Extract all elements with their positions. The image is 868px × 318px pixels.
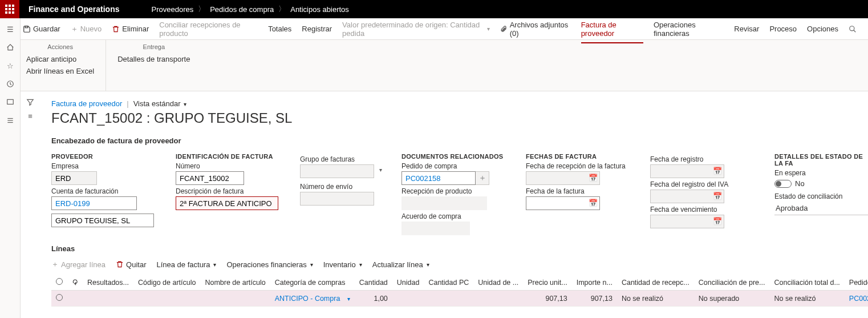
- new-button[interactable]: ＋Nuevo: [71, 24, 102, 34]
- invoice-group-select[interactable]: [300, 164, 374, 178]
- form-header: PROVEEDOR Empresa Cuenta de facturación …: [51, 153, 857, 235]
- search-icon[interactable]: [849, 25, 857, 34]
- company-field[interactable]: [51, 171, 97, 185]
- options-tab[interactable]: Opciones: [807, 25, 838, 33]
- calendar-icon[interactable]: 📅: [713, 192, 722, 200]
- svg-point-15: [850, 26, 854, 31]
- invoice-number-field[interactable]: [176, 171, 244, 185]
- star-icon[interactable]: ☆: [5, 61, 15, 71]
- process-tab[interactable]: Proceso: [769, 25, 797, 33]
- svg-rect-7: [9, 11, 11, 14]
- remove-line-button[interactable]: Quitar: [116, 260, 146, 269]
- invoice-line-menu[interactable]: Línea de factura▾: [156, 260, 216, 269]
- update-line-menu[interactable]: Actualizar línea▾: [372, 260, 429, 269]
- on-hold-toggle[interactable]: No: [774, 179, 868, 188]
- vendor-invoice-tab[interactable]: Factura de proveedor: [581, 21, 643, 43]
- transport-details-link[interactable]: Detalles de transporte: [117, 54, 190, 66]
- page-title: FCANT_15002 : GRUPO TEGUISE, SL: [51, 110, 857, 126]
- review-tab[interactable]: Revisar: [734, 25, 759, 33]
- select-all-radio[interactable]: [56, 278, 63, 285]
- purchase-agreement-field[interactable]: [401, 222, 470, 235]
- lines-grid[interactable]: ⟳ Resultados... Código de artículo Nombr…: [51, 275, 868, 307]
- ribbon-group-delivery: Entrega Detalles de transporte: [117, 40, 201, 91]
- collapse-icon[interactable]: ≡: [28, 112, 33, 120]
- chevron-right-icon: 〉: [278, 4, 286, 14]
- menu-icon[interactable]: ☰: [5, 24, 15, 34]
- apply-prepayment-link[interactable]: Aplicar anticipo: [26, 54, 94, 66]
- post-button[interactable]: Registrar: [302, 25, 332, 33]
- entity-link[interactable]: Factura de proveedor: [51, 99, 122, 108]
- lines-section-title: Líneas: [51, 244, 857, 253]
- default-from-button[interactable]: Valor predeterminado de origen: Cantidad…: [342, 21, 490, 38]
- app-title: Finance and Operations: [19, 5, 128, 14]
- shipment-number-field[interactable]: [300, 192, 374, 206]
- product-receipt-field[interactable]: [401, 196, 487, 210]
- left-rail: ☰ ☆: [0, 18, 21, 318]
- chevron-down-icon[interactable]: ▾: [347, 296, 350, 302]
- line-financials-menu[interactable]: Operaciones financieras▾: [226, 260, 313, 269]
- svg-rect-2: [12, 5, 14, 7]
- attachments-button[interactable]: Archivos adjuntos (0): [500, 21, 570, 38]
- refresh-icon[interactable]: ⟳: [71, 279, 79, 285]
- calendar-icon[interactable]: 📅: [589, 174, 598, 182]
- svg-rect-8: [12, 11, 14, 14]
- save-button[interactable]: Guardar: [23, 25, 60, 33]
- svg-rect-1: [9, 5, 11, 7]
- calendar-icon[interactable]: 📅: [713, 217, 722, 226]
- svg-rect-3: [5, 8, 7, 10]
- top-bar: Finance and Operations Proveedores 〉 Ped…: [0, 0, 868, 18]
- home-icon[interactable]: [5, 42, 15, 53]
- add-po-button[interactable]: ＋: [476, 171, 489, 185]
- calendar-icon[interactable]: 📅: [713, 167, 722, 175]
- ribbon-group-actions: Acciones Aplicar anticipo Abrir líneas e…: [26, 40, 106, 91]
- clock-icon[interactable]: [5, 79, 15, 89]
- chevron-right-icon: 〉: [198, 4, 205, 14]
- calendar-icon[interactable]: 📅: [589, 199, 598, 207]
- svg-rect-4: [9, 8, 11, 10]
- svg-rect-14: [25, 26, 28, 27]
- invoice-desc-field[interactable]: [176, 196, 278, 210]
- category-cell[interactable]: ANTICIPO - Compra ▾: [270, 291, 355, 307]
- section-header: Encabezado de factura de proveedor: [51, 134, 857, 147]
- list-icon[interactable]: [5, 115, 15, 126]
- svg-rect-6: [5, 11, 7, 14]
- svg-rect-10: [7, 99, 13, 104]
- mini-rail: ≡: [21, 91, 40, 120]
- breadcrumb[interactable]: Proveedores 〉 Pedidos de compra 〉 Antici…: [151, 4, 348, 14]
- view-row: Factura de proveedor | Vista estándar ▾: [51, 99, 857, 108]
- financials-tab[interactable]: Operaciones financieras: [654, 21, 724, 38]
- match-status-value: Aprobada: [774, 202, 868, 215]
- view-selector[interactable]: Vista estándar ▾: [133, 99, 187, 108]
- table-row[interactable]: ANTICIPO - Compra ▾ 1,00 907,13 907,13 N…: [51, 291, 868, 307]
- inventory-menu[interactable]: Inventario▾: [323, 260, 362, 269]
- lines-toolbar: ＋Agregar línea Quitar Línea de factura▾ …: [51, 257, 857, 271]
- purchase-order-field[interactable]: [401, 171, 476, 185]
- svg-rect-5: [12, 8, 14, 10]
- delete-button[interactable]: Eliminar: [112, 25, 149, 33]
- row-select-radio[interactable]: [56, 294, 63, 301]
- reconcile-button[interactable]: Conciliar recepciones de producto: [159, 21, 258, 38]
- totals-button[interactable]: Totales: [268, 25, 291, 33]
- invoice-account-field[interactable]: [51, 196, 137, 210]
- main-content: Factura de proveedor | Vista estándar ▾ …: [40, 91, 868, 318]
- action-bar: Guardar ＋Nuevo Eliminar Conciliar recepc…: [0, 18, 868, 40]
- filter-icon[interactable]: [26, 97, 34, 106]
- workspace-icon[interactable]: [5, 97, 15, 107]
- sub-ribbon: Acciones Aplicar anticipo Abrir líneas e…: [0, 40, 868, 91]
- vendor-name-field[interactable]: [51, 214, 154, 227]
- add-line-button[interactable]: ＋Agregar línea: [51, 259, 106, 269]
- open-lines-excel-link[interactable]: Abrir líneas en Excel: [26, 66, 94, 78]
- svg-line-16: [854, 30, 856, 33]
- waffle-icon[interactable]: [0, 0, 19, 18]
- svg-rect-0: [5, 5, 7, 7]
